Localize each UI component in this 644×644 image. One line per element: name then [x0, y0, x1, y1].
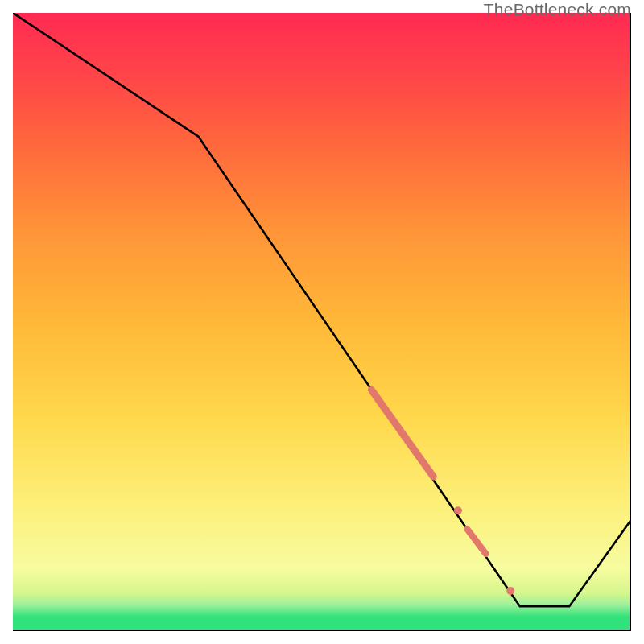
chart-container: TheBottleneck.com [0, 0, 644, 644]
watermark-text: TheBottleneck.com [484, 0, 631, 19]
plot-background [13, 13, 631, 631]
